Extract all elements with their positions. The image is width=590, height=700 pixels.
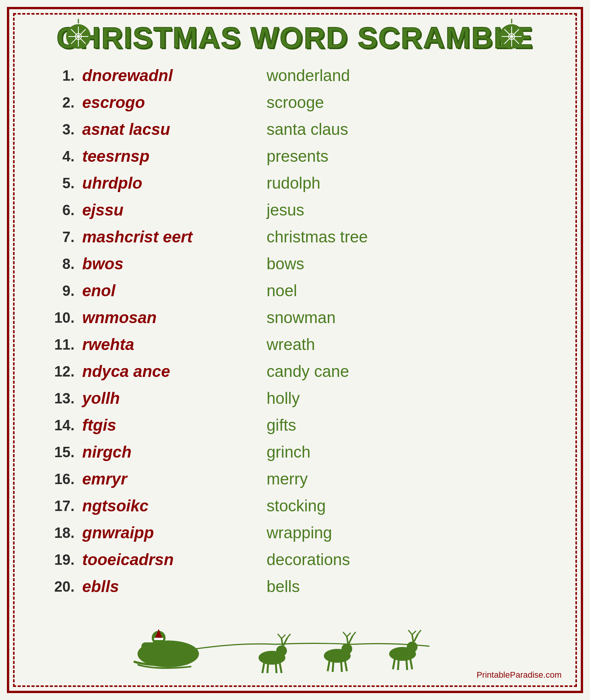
answer-word: santa claus (267, 120, 348, 139)
svg-line-44 (393, 659, 395, 669)
svg-line-34 (333, 661, 333, 672)
scrambled-word: rwehta (82, 335, 244, 354)
svg-line-22 (262, 662, 264, 673)
word-row: 18.gnwraippwrapping (32, 519, 558, 546)
answer-word: jesus (267, 201, 304, 219)
svg-line-45 (398, 659, 399, 670)
word-number: 14. (40, 417, 75, 434)
word-number: 2. (40, 95, 75, 111)
scrambled-word: wnmosan (82, 309, 244, 327)
answer-word: decorations (267, 551, 350, 569)
word-number: 11. (40, 337, 75, 353)
answer-word: grinch (267, 443, 310, 461)
answer-word: gifts (267, 416, 296, 435)
page: CHRISTMAS WORD SCRAMBLE (0, 0, 590, 700)
answer-word: noel (267, 282, 297, 300)
svg-point-32 (341, 644, 352, 654)
svg-line-28 (282, 635, 285, 639)
scrambled-word: ndyca ance (82, 362, 244, 381)
word-row: 8.bwosbows (32, 250, 558, 277)
svg-line-49 (408, 630, 412, 635)
answer-word: wreath (267, 335, 315, 354)
svg-line-24 (276, 663, 277, 673)
left-ornament (63, 19, 94, 50)
word-row: 12.ndyca ancecandy cane (32, 358, 558, 385)
word-row: 4.teesrnsppresents (32, 143, 558, 170)
page-title: CHRISTMAS WORD SCRAMBLE (56, 21, 534, 55)
word-number: 1. (40, 68, 75, 84)
word-number: 5. (40, 175, 75, 192)
word-row: 6.ejssujesus (32, 197, 558, 224)
svg-line-27 (278, 634, 282, 639)
scrambled-word: enol (82, 282, 244, 300)
scrambled-word: bwos (82, 255, 244, 273)
answer-word: holly (267, 389, 300, 408)
word-row: 14.ftgisgifts (32, 412, 558, 439)
scrambled-word: ejssu (82, 201, 244, 219)
word-number: 16. (40, 471, 75, 488)
svg-line-25 (280, 662, 282, 673)
word-number: 20. (40, 579, 75, 595)
word-row: 16.emryrmerry (32, 466, 558, 493)
word-number: 12. (40, 363, 75, 380)
content: CHRISTMAS WORD SCRAMBLE (9, 9, 581, 688)
answer-word: wonderland (267, 66, 350, 85)
scrambled-word: gnwraipp (82, 524, 244, 542)
svg-point-21 (276, 645, 287, 656)
word-row: 7.mashcrist eertchristmas tree (32, 224, 558, 250)
word-number: 13. (40, 390, 75, 407)
answer-word: bows (267, 255, 304, 273)
word-row: 2.escrogoscrooge (32, 89, 558, 116)
answer-word: snowman (267, 309, 336, 327)
scrambled-word: mashcrist eert (82, 228, 244, 246)
svg-line-41 (353, 632, 356, 636)
right-ornament (496, 19, 527, 50)
answer-word: merry (267, 470, 308, 488)
word-row: 15.nirgchgrinch (32, 439, 558, 466)
word-number: 7. (40, 229, 75, 245)
scrambled-word: ngtsoikc (82, 497, 244, 515)
scrambled-word: uhrdplo (82, 174, 244, 192)
scrambled-word: yollh (82, 389, 244, 408)
outer-border: CHRISTMAS WORD SCRAMBLE (7, 7, 583, 693)
answer-word: scrooge (267, 93, 324, 112)
word-number: 4. (40, 148, 75, 165)
word-number: 15. (40, 444, 75, 461)
svg-line-35 (341, 661, 342, 672)
answer-word: candy cane (267, 362, 349, 381)
svg-line-36 (345, 660, 347, 671)
svg-line-39 (347, 633, 351, 637)
word-row: 13.yollhholly (32, 385, 558, 412)
word-row: 3.asnat lacsusanta claus (32, 116, 558, 143)
svg-line-37 (347, 637, 348, 644)
answer-word: rudolph (267, 174, 320, 192)
scrambled-word: ftgis (82, 416, 244, 435)
answer-word: wrapping (267, 524, 332, 542)
word-row: 20.ebllsbells (32, 573, 558, 600)
svg-line-23 (267, 663, 268, 673)
word-row: 9.enolnoel (32, 277, 558, 304)
word-number: 8. (40, 256, 75, 272)
word-row: 10.wnmosansnowman (32, 304, 558, 331)
answer-word: stocking (267, 497, 326, 515)
answer-word: bells (267, 577, 300, 596)
word-row: 5.uhrdplorudolph (32, 170, 558, 197)
scrambled-word: dnorewadnl (82, 66, 244, 85)
word-number: 6. (40, 202, 75, 219)
svg-line-33 (328, 660, 330, 671)
scrambled-word: teesrnsp (82, 147, 244, 166)
svg-line-38 (343, 632, 347, 637)
scrambled-word: asnat lacsu (82, 120, 244, 139)
svg-line-40 (349, 636, 353, 644)
scrambled-word: escrogo (82, 93, 244, 112)
svg-line-26 (282, 639, 283, 646)
svg-line-47 (410, 659, 412, 669)
scrambled-word: eblls (82, 577, 244, 596)
word-row: 1.dnorewadnlwonderland (32, 62, 558, 89)
svg-point-43 (407, 642, 418, 652)
footer-decoration (32, 612, 558, 673)
word-number: 19. (40, 552, 75, 568)
answer-word: presents (267, 147, 328, 166)
word-number: 9. (40, 283, 75, 299)
svg-rect-19 (154, 638, 163, 640)
